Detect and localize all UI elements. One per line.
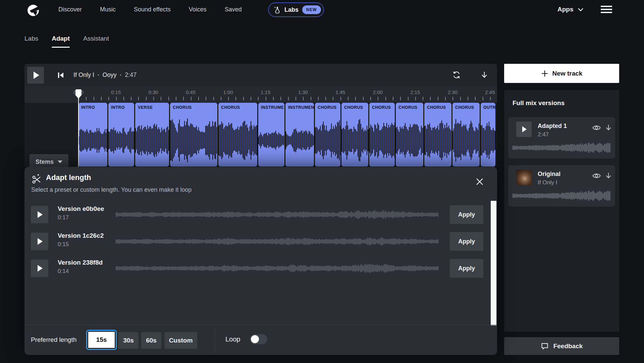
nav-item-discover[interactable]: Discover [58, 6, 82, 13]
timeline-tick [393, 97, 393, 100]
refresh-icon[interactable] [452, 71, 461, 79]
timeline-tick [161, 97, 161, 100]
divider [215, 328, 215, 353]
version-play-button[interactable] [31, 206, 48, 223]
length-option-60s[interactable]: 60s [141, 332, 161, 349]
waveform-graphic [341, 103, 368, 167]
section-block-verse[interactable]: VERSE [135, 103, 169, 167]
labs-label: Labs [284, 6, 299, 13]
section-label: CHORUS [452, 103, 480, 110]
tab-adapt[interactable]: Adapt [52, 35, 70, 42]
timeline-label: 1:30 [298, 89, 308, 95]
app-root: DiscoverMusicSound effectsVoicesSaved La… [0, 0, 644, 363]
section-block-instrumenta[interactable]: INSTRUMENTA [285, 103, 314, 167]
timeline-tick [94, 97, 94, 100]
timeline-tick [266, 97, 266, 100]
song-sections[interactable]: INTROINTROVERSECHORUSCHORUSINSTRUMEINSTR… [78, 103, 497, 167]
scissors-icon [31, 174, 42, 185]
nav-item-saved[interactable]: Saved [225, 6, 242, 13]
download-icon[interactable] [480, 71, 489, 79]
download-icon[interactable] [604, 172, 612, 180]
section-block-chorus[interactable]: CHORUS [396, 103, 423, 167]
section-block-chorus[interactable]: CHORUS [170, 103, 217, 167]
modal-title: Adapt length [46, 173, 91, 182]
nav-item-music[interactable]: Music [100, 6, 116, 13]
apps-menu[interactable]: Apps [557, 0, 584, 19]
section-waveform [218, 103, 257, 167]
section-block-chorus[interactable]: CHORUS [369, 103, 395, 167]
section-label: INSTRUME [258, 103, 284, 110]
version-duration: 0:15 [58, 241, 69, 248]
adapt-length-modal: Adapt length Select a preset or custom l… [24, 167, 497, 355]
epidemic-sound-logo[interactable] [27, 4, 40, 17]
dropdown-caret-icon [58, 161, 62, 163]
section-block-chorus[interactable]: CHORUS [452, 103, 480, 167]
new-track-button[interactable]: New track [504, 64, 619, 83]
version-waveform[interactable] [116, 235, 438, 248]
length-option-15s[interactable]: 15s [87, 331, 116, 349]
timeline-tick [311, 97, 311, 100]
labs-nav-pill[interactable]: Labs NEW [268, 3, 324, 17]
timeline-tick [303, 97, 304, 100]
play-button[interactable] [27, 67, 44, 84]
section-block-outr[interactable]: OUTR [481, 103, 495, 167]
card-waveform [513, 141, 610, 155]
timeline-tick [318, 97, 319, 100]
card-subtitle: 2:47 [538, 131, 549, 138]
timeline-tick [452, 97, 453, 100]
timeline-label: 2:45 [485, 89, 495, 95]
loop-toggle[interactable] [250, 334, 267, 344]
tab-labs[interactable]: Labs [24, 35, 38, 42]
section-block-intro[interactable]: INTRO [78, 103, 107, 167]
timeline-tick [475, 97, 476, 100]
section-block-intro[interactable]: INTRO [108, 103, 134, 167]
eye-icon[interactable] [592, 171, 601, 180]
apply-button[interactable]: Apply [450, 205, 483, 224]
modal-scrollbar[interactable] [491, 201, 496, 325]
apply-button[interactable]: Apply [450, 232, 483, 251]
length-option-custom[interactable]: Custom [164, 332, 197, 349]
feedback-button[interactable]: Feedback [504, 337, 619, 355]
timeline-tick [400, 97, 401, 100]
nav-item-sound-effects[interactable]: Sound effects [134, 6, 171, 13]
version-row: Version 1c26c20:15Apply [31, 231, 487, 252]
timeline-tick [378, 97, 378, 100]
apply-button[interactable]: Apply [450, 259, 483, 278]
waveform-graphic [513, 141, 610, 155]
length-option-30s[interactable]: 30s [118, 332, 139, 349]
skip-back-icon[interactable] [57, 71, 65, 79]
download-icon[interactable] [604, 124, 612, 132]
waveform-graphic [258, 103, 284, 167]
timeline-tick [490, 97, 491, 100]
waveform-graphic [116, 235, 438, 248]
timeline-tick [385, 97, 386, 100]
version-play-button[interactable] [31, 260, 48, 277]
now-playing: If Only I • Ooyy • 2:47 [73, 64, 137, 86]
section-block-chorus[interactable]: CHORUS [424, 103, 451, 167]
card-play-button[interactable] [516, 122, 532, 137]
section-label: INTRO [108, 103, 134, 110]
full-mix-versions-panel: Full mix versions Adapted 12:47OriginalI… [504, 90, 619, 332]
version-waveform[interactable] [116, 262, 438, 275]
timeline-tick [206, 97, 206, 100]
version-play-button[interactable] [31, 233, 48, 250]
section-block-instrume[interactable]: INSTRUME [258, 103, 284, 167]
flask-icon [274, 6, 281, 14]
section-block-chorus[interactable]: CHORUS [341, 103, 368, 167]
timeline-tick [168, 97, 169, 100]
version-waveform[interactable] [116, 208, 438, 221]
section-waveform [285, 103, 314, 167]
nav-item-voices[interactable]: Voices [189, 6, 207, 13]
hamburger-menu-icon[interactable] [601, 6, 612, 13]
timeline-tick [355, 97, 356, 100]
mix-version-card[interactable]: Adapted 12:47 [508, 117, 615, 158]
tab-assistant[interactable]: Assistant [83, 35, 109, 42]
apps-label: Apps [557, 6, 574, 13]
section-block-chorus[interactable]: CHORUS [218, 103, 257, 167]
close-icon[interactable] [473, 175, 487, 189]
timeline-ruler[interactable]: 0:000:150:300:451:001:151:301:452:002:15… [24, 86, 497, 103]
mix-version-card[interactable]: OriginalIf Only I [508, 165, 615, 207]
play-icon [38, 265, 43, 272]
section-block-chorus[interactable]: CHORUS [315, 103, 340, 167]
eye-icon[interactable] [592, 123, 601, 132]
